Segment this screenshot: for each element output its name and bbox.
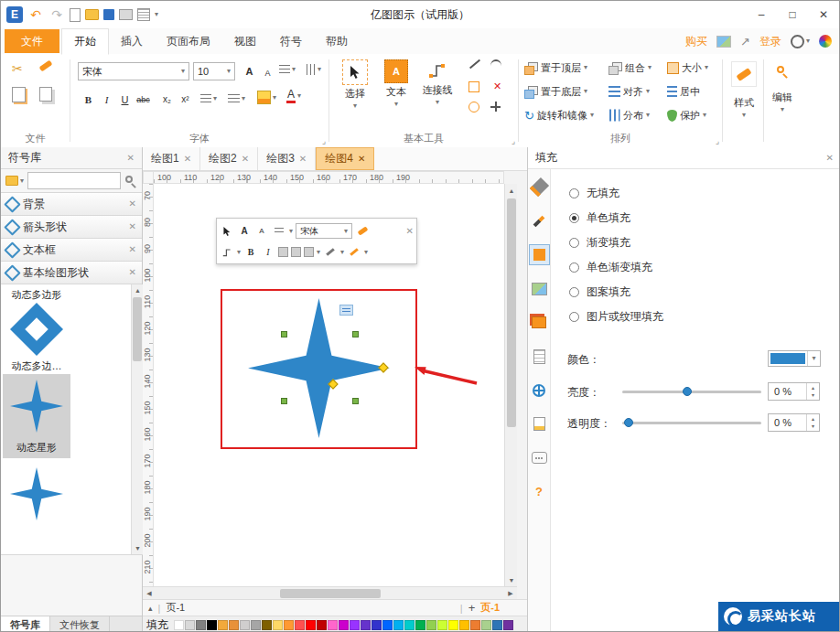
option-pattern-fill[interactable]: 图案填充 [569,284,630,300]
close-button[interactable]: ✕ [808,1,839,28]
shape-item-star[interactable] [10,467,63,523]
pagebar-collapse-icon[interactable]: ▴ [148,604,153,613]
protect-button[interactable]: 保护▾ [667,105,706,125]
gallery-scroll-thumb[interactable] [133,297,142,361]
quick-action-icon[interactable] [339,305,353,316]
palette-swatch[interactable] [404,620,415,630]
symbol-search-icon[interactable] [124,175,137,187]
opacity-slider[interactable] [622,422,761,424]
tab-page-layout[interactable]: 页面布局 [155,28,222,54]
share-icon[interactable]: ↗ [740,35,750,48]
tab-insert[interactable]: 插入 [109,28,155,54]
distribute-button[interactable]: 分布▾ [608,105,650,125]
mini-font-family-select[interactable]: 宋体 ▾ [296,223,352,239]
line-tool-icon[interactable] [469,59,480,70]
arc-tool-icon[interactable] [490,59,501,72]
font-dialog-launcher-icon[interactable]: ⌟ [322,136,326,145]
gallery-scrollbar[interactable]: ▲ ▼ [131,284,143,554]
print-icon[interactable] [119,9,133,20]
scroll-right-icon[interactable]: ▶ [504,587,517,600]
brightness-slider[interactable] [622,391,761,393]
section-arrow-shapes[interactable]: 箭头形状✕ [1,216,142,239]
option-no-fill[interactable]: 无填充 [569,186,619,201]
add-page-button[interactable]: + [468,601,476,615]
font-color-button[interactable]: A ▾ [286,89,301,103]
palette-swatch[interactable] [481,620,491,630]
palette-swatch[interactable] [448,620,458,630]
mini-style-preset-icon[interactable] [291,247,301,257]
center-button[interactable]: 居中 [667,81,700,102]
mini-bold-button[interactable]: B [243,244,258,260]
font-family-select[interactable]: 宋体 ▾ [78,62,189,80]
library-folder-dropdown[interactable]: ▾ [5,176,24,186]
page-tab-active[interactable]: 页-1 [480,601,500,615]
horizontal-scroll-thumb[interactable] [280,589,381,598]
canvas-vertical-scrollbar[interactable]: ▲ ▼ [504,184,517,586]
scroll-up-icon[interactable]: ▲ [132,284,143,296]
section-close-icon[interactable]: ✕ [129,222,136,231]
mini-toolbar-close-icon[interactable]: ✕ [406,227,414,236]
minimize-button[interactable]: – [746,1,777,28]
palette-swatch[interactable] [240,620,250,630]
palette-swatch[interactable] [174,620,184,630]
opacity-spinner[interactable]: 0 % ▴▾ [768,413,820,432]
align-text-button[interactable]: ▾ [279,65,296,74]
new-document-icon[interactable] [70,8,81,22]
palette-swatch[interactable] [317,620,327,630]
text-tool-button[interactable]: A 文本 ▾ [381,59,412,108]
dynamic-star-shape[interactable] [248,298,390,438]
format-painter-icon[interactable] [39,63,52,69]
maximize-button[interactable]: □ [777,1,808,28]
palette-swatch[interactable] [437,620,447,630]
tab-file-recovery[interactable]: 文件恢复 [50,616,110,632]
selection-handle[interactable] [281,398,287,404]
palette-swatch[interactable] [361,620,371,630]
palette-swatch[interactable] [306,620,316,630]
spin-down-icon[interactable]: ▾ [812,423,814,430]
palette-swatch[interactable] [382,620,393,630]
mini-align-button[interactable] [272,223,286,239]
shrink-font-button[interactable]: A [259,64,276,81]
palette-swatch[interactable] [492,620,502,630]
bold-button[interactable]: B [80,91,97,108]
image-panel-icon[interactable] [529,278,550,299]
option-solid-gradient-fill[interactable]: 单色渐变填充 [569,260,652,275]
subscript-button[interactable]: x₂ [158,91,176,108]
symbol-library-close-icon[interactable]: ✕ [127,154,135,163]
palette-swatch[interactable] [470,620,480,630]
tab-close-icon[interactable]: ✕ [358,155,365,164]
drawing-canvas[interactable]: A A ▾ 宋体 ▾ ✕ ▾ B I [154,184,504,586]
section-close-icon[interactable]: ✕ [129,245,136,254]
qat-dropdown-icon[interactable]: ▾ [155,11,158,18]
palette-swatch[interactable] [426,620,436,630]
mini-style-preset-icon[interactable] [278,247,288,257]
document-properties-icon[interactable] [137,8,150,21]
spin-up-icon[interactable]: ▴ [812,384,814,391]
superscript-button[interactable]: x² [177,91,194,108]
page-nav-label[interactable]: 页-1 [166,601,185,615]
tab-close-icon[interactable]: ✕ [242,155,249,164]
send-to-back-button[interactable]: 置于底层▾ [524,81,587,102]
palette-swatch[interactable] [339,620,349,630]
mini-select-icon[interactable] [220,223,234,239]
shape-color-icon[interactable] [529,244,550,265]
spin-up-icon[interactable]: ▴ [812,415,814,423]
option-solid-fill[interactable]: 单色填充 [569,210,630,226]
size-button[interactable]: 大小▾ [667,58,708,78]
palette-swatch[interactable] [295,620,305,630]
tab-drawing-4[interactable]: 绘图4✕ [316,147,374,170]
font-size-select[interactable]: 10 ▾ [193,62,235,80]
freeform-tool-icon[interactable]: ✕ [489,78,506,95]
tab-home[interactable]: 开始 [61,28,109,55]
login-button[interactable]: 登录 [759,34,781,49]
cut-icon[interactable]: ✂ [12,61,23,76]
edit-button[interactable]: 编辑 ▾ [766,61,799,113]
grow-font-button[interactable]: A [241,62,258,80]
mini-grow-font-button[interactable]: A [237,223,252,239]
undo-icon[interactable]: ↶ [27,7,44,22]
symbol-search-input[interactable] [27,172,121,189]
brightness-spinner[interactable]: 0 % ▴▾ [768,382,820,401]
line-spacing-button[interactable]: ▾ [200,94,217,103]
palette-swatch[interactable] [372,620,382,630]
ellipse-tool-icon[interactable] [468,102,479,112]
